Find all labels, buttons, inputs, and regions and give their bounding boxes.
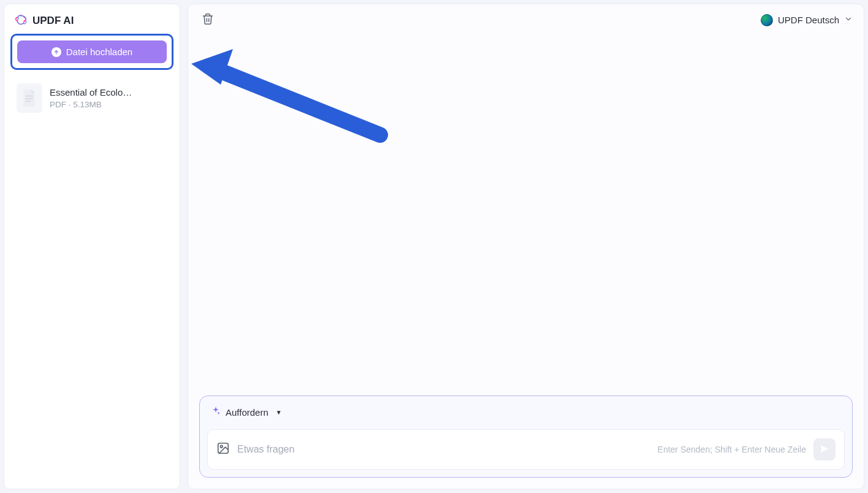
svg-point-4: [220, 445, 223, 448]
upload-icon: [51, 47, 61, 57]
chat-content-area: [188, 36, 864, 396]
file-name: Essential of Ecolo…: [50, 87, 132, 97]
sidebar-header: UPDF AI: [10, 10, 173, 34]
send-button[interactable]: [813, 438, 836, 461]
sidebar: UPDF AI Datei hochladen Essential of Eco…: [4, 4, 180, 489]
delete-button[interactable]: [199, 10, 216, 29]
topbar: UPDF Deutsch: [188, 4, 864, 36]
file-meta: Essential of Ecolo… PDF · 5.13MB: [50, 87, 132, 109]
prompt-box: Auffordern ▼ Enter Senden; Shift + Enter…: [199, 396, 853, 478]
main-panel: UPDF Deutsch Auffordern ▼ Enter S: [188, 4, 864, 489]
file-list-item[interactable]: Essential of Ecolo… PDF · 5.13MB: [10, 76, 173, 120]
language-selector[interactable]: UPDF Deutsch: [761, 14, 853, 26]
language-label: UPDF Deutsch: [778, 15, 839, 25]
svg-rect-2: [26, 101, 31, 102]
svg-rect-1: [26, 98, 34, 99]
globe-icon: [761, 14, 773, 26]
caret-down-icon: ▼: [276, 409, 282, 416]
sparkle-icon: [211, 406, 221, 418]
file-thumb-icon: [17, 83, 42, 113]
trash-icon: [202, 18, 214, 27]
upload-button-label: Datei hochladen: [66, 47, 132, 57]
svg-rect-0: [26, 96, 34, 97]
prompt-mode-label: Auffordern: [226, 407, 268, 418]
prompt-mode-selector[interactable]: Auffordern ▼: [207, 403, 845, 421]
app-logo-icon: [14, 14, 28, 28]
input-hint: Enter Senden; Shift + Enter Neue Zeile: [658, 445, 806, 454]
chevron-down-icon: [844, 15, 853, 25]
app-title: UPDF AI: [32, 15, 74, 27]
image-icon[interactable]: [216, 441, 230, 457]
upload-highlight-box: Datei hochladen: [10, 34, 173, 70]
upload-file-button[interactable]: Datei hochladen: [17, 40, 167, 63]
prompt-input-row: Enter Senden; Shift + Enter Neue Zeile: [207, 429, 845, 470]
send-icon: [819, 443, 830, 456]
file-subtext: PDF · 5.13MB: [50, 100, 132, 109]
prompt-input[interactable]: [237, 444, 650, 455]
